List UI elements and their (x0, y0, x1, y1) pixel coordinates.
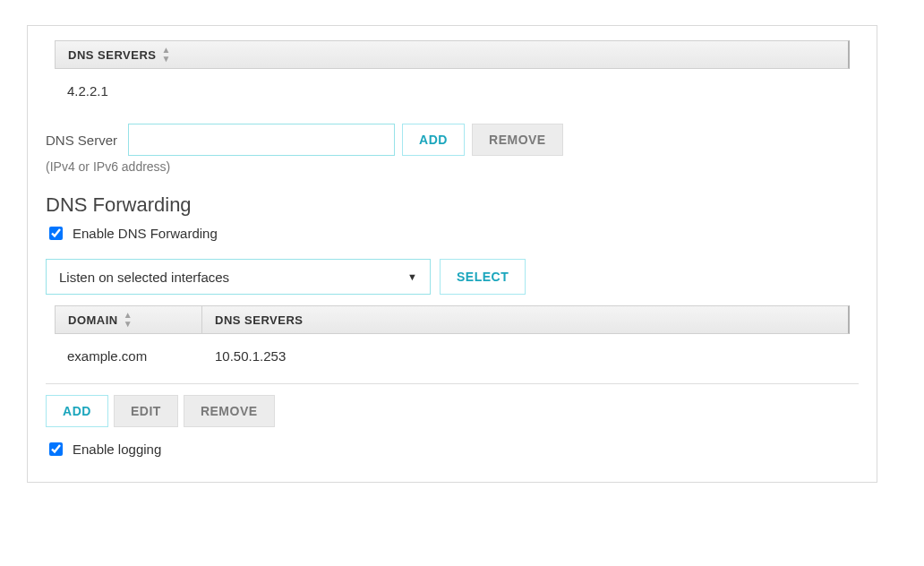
enable-dns-forwarding-row[interactable]: Enable DNS Forwarding (46, 224, 859, 243)
forward-header-domain[interactable]: DOMAIN ▲▼ (56, 306, 202, 333)
dns-server-input-hint: (IPv4 or IPv6 address) (46, 159, 859, 174)
dns-server-row[interactable]: 4.2.2.1 (55, 74, 850, 109)
forward-header-servers[interactable]: DNS SERVERS (202, 306, 848, 333)
dns-server-input[interactable] (128, 124, 395, 156)
dns-server-input-row: DNS Server ADD REMOVE (46, 124, 859, 156)
forward-add-button[interactable]: ADD (46, 395, 108, 427)
listen-interface-row: Listen on selected interfaces ▼ SELECT (46, 259, 859, 295)
forward-edit-button[interactable]: EDIT (114, 395, 178, 427)
enable-logging-checkbox[interactable] (49, 442, 63, 456)
enable-dns-forwarding-label: Enable DNS Forwarding (73, 226, 218, 241)
listen-interface-select[interactable]: Listen on selected interfaces ▼ (46, 259, 431, 295)
forward-servers-value: 10.50.1.253 (215, 348, 837, 364)
sort-icon: ▲▼ (161, 46, 170, 64)
forward-remove-button[interactable]: REMOVE (184, 395, 275, 427)
dns-server-add-button[interactable]: ADD (402, 124, 465, 156)
dns-server-value: 4.2.2.1 (67, 83, 135, 99)
dns-servers-header-label: DNS SERVERS (68, 48, 156, 62)
dns-server-input-label: DNS Server (46, 133, 117, 148)
enable-logging-label: Enable logging (73, 442, 161, 457)
enable-dns-forwarding-checkbox[interactable] (49, 227, 63, 240)
forward-domain-value: example.com (67, 348, 215, 364)
select-interfaces-button[interactable]: SELECT (440, 259, 526, 295)
chevron-down-icon: ▼ (407, 271, 417, 282)
dns-forwarding-title: DNS Forwarding (46, 193, 859, 217)
enable-logging-row[interactable]: Enable logging (46, 440, 859, 459)
dns-settings-panel: DNS SERVERS ▲▼ 4.2.2.1 DNS Server ADD RE… (27, 25, 877, 483)
listen-interface-selected: Listen on selected interfaces (59, 270, 229, 285)
forward-table-row[interactable]: example.com 10.50.1.253 (55, 339, 850, 374)
forward-table-buttons: ADD EDIT REMOVE (46, 395, 859, 427)
dns-servers-table-header[interactable]: DNS SERVERS ▲▼ (55, 40, 850, 69)
forward-table-header: DOMAIN ▲▼ DNS SERVERS (55, 305, 850, 334)
sort-icon: ▲▼ (124, 311, 133, 329)
divider (46, 383, 859, 384)
dns-server-remove-button[interactable]: REMOVE (472, 124, 563, 156)
